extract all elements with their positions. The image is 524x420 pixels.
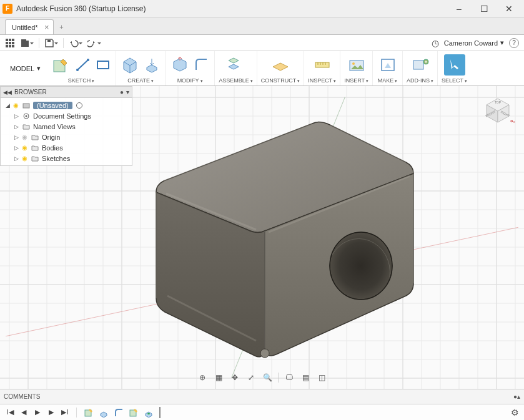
timeline-marker[interactable] [159,407,161,418]
gear-icon [22,112,31,120]
viewport-layout-icon[interactable]: ◫ [315,371,329,384]
3dprint-icon[interactable] [377,54,398,76]
new-tab-button[interactable]: + [55,19,69,34]
workspace-switcher[interactable]: MODEL ▾ [4,51,47,85]
tree-item-origin[interactable]: ▷ ◉ Origin [3,132,129,142]
help-icon[interactable]: ? [509,38,519,48]
timeline-feature-sketch-2[interactable] [128,407,139,418]
twisty-icon[interactable]: ▷ [13,155,19,162]
plane-icon[interactable] [270,54,291,76]
svg-rect-14 [315,62,329,67]
redo-icon[interactable] [87,38,101,48]
ribbon-group-select: SELECT▾ [438,51,471,85]
group-label: ASSEMBLE [219,77,249,84]
viewcube[interactable]: TOP FRONT RIGHT x [480,92,515,127]
browser-header[interactable]: ◀◀ BROWSER ● ▾ [1,87,132,98]
group-label: SKETCH [68,77,91,84]
comments-bar[interactable]: COMMENTS ● ▴ [0,389,524,404]
activate-radio-icon[interactable] [76,102,82,109]
timeline-feature-fillet[interactable] [113,407,124,418]
line-icon[interactable] [74,56,92,74]
rectangle-icon[interactable] [94,56,112,74]
tree-root[interactable]: ◢ ◉ (Unsaved) [3,100,129,110]
app-icon: F [2,4,12,14]
zoom-icon[interactable]: ⤢ [244,371,258,384]
timeline-next-icon[interactable]: ▶ [46,408,56,418]
fillet-icon[interactable] [193,56,210,74]
create-sketch-icon[interactable] [51,54,72,76]
item-label: Origin [42,134,60,141]
model-body[interactable] [112,111,437,373]
tree-item-sketches[interactable]: ▷ ◉ Sketches [3,153,129,164]
measure-icon[interactable] [312,54,333,76]
display-settings-icon[interactable]: 🖵 [282,371,296,384]
ribbon-group-create: CREATE▾ [116,51,166,85]
ribbon-group-construct: CONSTRUCT▾ [257,51,305,85]
collapse-icon[interactable]: ◀◀ [3,89,12,95]
tree-item-named-views[interactable]: ▷ Named Views [3,121,129,132]
orbit-icon[interactable]: ⊕ [195,371,209,384]
select-icon[interactable] [444,54,465,76]
twisty-icon[interactable]: ◢ [4,102,11,109]
viewport[interactable]: ◀◀ BROWSER ● ▾ ◢ ◉ (Unsaved) ▷ Document … [0,86,524,389]
job-status-icon[interactable]: ◷ [432,38,439,48]
quick-access-toolbar: ◷ Cameron Coward ▾ ? [0,35,524,51]
svg-rect-18 [413,61,423,69]
visibility-icon[interactable]: ◉ [22,144,28,151]
group-label: CREATE [127,77,150,84]
timeline-feature-hole[interactable] [143,407,154,418]
visibility-icon[interactable]: ◉ [22,155,28,162]
visibility-icon[interactable]: ◉ [22,134,28,140]
lookat-icon[interactable]: ▦ [212,371,225,384]
pan-icon[interactable]: ✥ [228,371,242,384]
user-menu[interactable]: Cameron Coward ▾ [444,39,504,47]
timeline-feature-sketch[interactable] [83,407,94,418]
tree-item-document-settings[interactable]: ▷ Document Settings [3,110,129,121]
ribbon-group-inspect: INSPECT▾ [304,51,340,85]
ribbon-toolbar: MODEL ▾ SKETCH▾ CREATE▾ MODIFY▾ ASSEMBLE… [0,51,524,86]
data-panel-icon[interactable] [5,38,15,48]
svg-rect-2 [12,39,14,41]
close-button[interactable]: ✕ [497,0,522,17]
pin-icon[interactable]: ● [120,89,124,95]
maximize-button[interactable]: ☐ [472,0,497,17]
root-label: (Unsaved) [33,102,72,109]
save-icon[interactable] [44,38,58,48]
twisty-icon[interactable]: ▷ [13,124,19,130]
timeline-settings-icon[interactable]: ⚙ [511,408,519,418]
minimize-button[interactable]: – [447,0,472,17]
timeline-feature-extrude[interactable] [98,407,109,418]
twisty-icon[interactable]: ▷ [13,145,19,151]
item-label: Sketches [42,155,70,162]
twisty-icon[interactable]: ▷ [13,134,19,140]
expand-icon[interactable]: ▴ [517,393,520,400]
file-menu-icon[interactable] [20,38,34,48]
tab-close-icon[interactable]: × [44,22,49,32]
folder-icon [31,144,39,152]
visibility-icon[interactable]: ◉ [13,102,19,109]
folder-icon [31,155,39,162]
folder-icon [22,123,31,130]
press-pull-icon[interactable] [169,54,190,76]
timeline-prev-icon[interactable]: ◀ [19,408,29,418]
document-tab[interactable]: Untitled* × [5,19,54,34]
workspace-label: MODEL [10,65,34,72]
grid-settings-icon[interactable]: ▤ [299,371,312,384]
addins-icon[interactable] [410,54,431,76]
timeline: I◀ ◀ ▶ ▶ ▶I ⚙ [0,404,524,420]
insert-icon[interactable] [346,54,367,76]
fit-icon[interactable]: 🔍 [260,371,274,384]
tree-item-bodies[interactable]: ▷ ◉ Bodies [3,142,129,153]
group-label: INSERT [344,77,365,84]
svg-text:x: x [513,120,515,124]
extrude-icon[interactable] [144,56,161,74]
svg-point-11 [76,69,79,71]
timeline-play-icon[interactable]: ▶ [32,408,42,418]
box-icon[interactable] [120,54,141,76]
joint-icon[interactable] [225,54,246,76]
timeline-start-icon[interactable]: I◀ [5,408,15,418]
timeline-end-icon[interactable]: ▶I [60,408,70,418]
undo-icon[interactable] [69,38,82,48]
twisty-icon[interactable]: ▷ [13,113,19,119]
menu-icon[interactable]: ▾ [126,89,129,95]
